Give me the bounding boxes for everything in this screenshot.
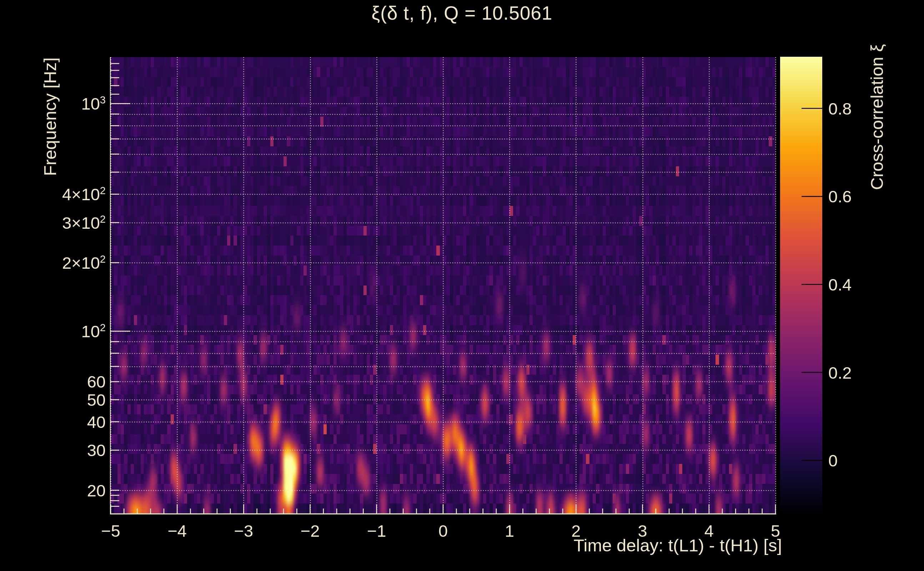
x-tick-label: −2 [301,521,320,541]
chart-title: ξ(δ t, f), Q = 10.5061 [0,2,924,24]
y-tick-label: 20 [87,480,106,500]
y-tick-label: 4×102 [62,185,106,204]
x-tick-label: −3 [234,521,253,541]
y-tick-label: 2×102 [62,253,106,273]
colorbar-tick-label: 0.2 [828,363,851,382]
y-tick-label: 103 [81,94,106,114]
y-tick-label: 3×102 [62,213,106,232]
x-tick-label: 3 [638,521,647,541]
x-axis-title: Time delay: t(L1) - t(H1) [s] [573,536,782,555]
y-axis-title: Frequency [Hz] [40,57,60,176]
heatmap-canvas [0,0,924,571]
x-tick-label: 2 [571,521,581,541]
y-tick-label: 50 [87,390,106,409]
colorbar-title: Cross-correlation ξ [867,44,887,190]
figure-canvas: ξ(δ t, f), Q = 10.5061 Frequency [Hz] Ti… [0,0,924,571]
x-tick-label: 5 [771,521,780,541]
x-tick-label: 4 [705,521,714,541]
y-tick-label: 30 [87,440,106,460]
x-tick-label: 0 [439,521,448,541]
x-tick-label: −5 [101,521,121,541]
colorbar-tick-label: 0.8 [828,99,851,118]
colorbar-tick-label: 0.6 [828,187,851,206]
y-tick-label: 60 [87,372,106,392]
x-tick-label: −1 [367,521,386,541]
y-tick-label: 40 [87,412,106,432]
colorbar-tick-label: 0 [828,451,837,471]
colorbar-tick-label: 0.4 [828,275,851,294]
x-tick-label: −4 [167,521,187,541]
x-tick-label: 1 [505,521,514,541]
y-tick-label: 102 [81,321,106,341]
